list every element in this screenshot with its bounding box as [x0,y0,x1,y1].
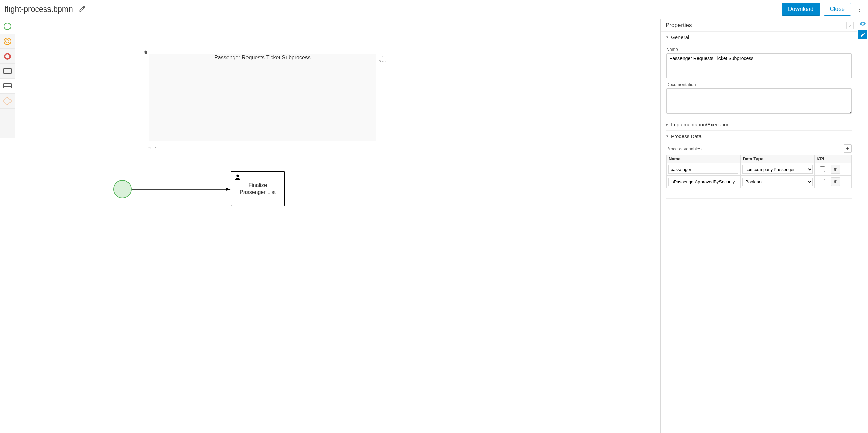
subprocess-right-handles: → Open [379,54,385,63]
pencil-icon[interactable] [79,5,86,13]
eye-icon[interactable] [858,19,867,28]
palette [0,19,15,433]
subprocess-title: Passenger Requests Ticket Subprocess [149,54,376,61]
col-kpi: KPI [814,155,829,163]
trash-icon[interactable] [831,177,840,186]
svg-point-0 [862,23,863,24]
trash-icon[interactable] [831,165,840,174]
section-implementation: ▸ Implementation/Execution [661,119,857,130]
section-process-data: ▾ Process Data Process Variables Name Da… [661,131,857,192]
palette-intermediate-event[interactable] [0,34,15,49]
topbar: flight-process.bpmn Download Close ⋮ [0,0,868,19]
right-rail [857,19,868,39]
palette-task[interactable] [0,64,15,79]
chevron-down-icon: ▾ [666,35,668,39]
edit-icon[interactable] [858,30,867,39]
section-implementation-toggle[interactable]: ▸ Implementation/Execution [666,119,852,130]
chevron-down-icon: ▾ [666,134,668,138]
process-variables-table: Name Data Type KPI com.company.Passenger… [666,155,852,188]
kebab-icon[interactable]: ⋮ [855,8,863,10]
end-event-icon [4,53,11,60]
connect-handle-icon[interactable]: → [379,54,385,58]
start-event-icon [4,23,11,30]
table-row: com.company.PassengerBooleanStringIntege… [667,163,852,176]
name-field-label: Name [666,47,852,52]
variable-kpi-checkbox[interactable] [820,179,825,184]
properties-title: Properties [666,22,692,29]
canvas[interactable]: Passenger Requests Ticket Subprocess → O… [15,19,660,433]
container-icon [4,113,11,119]
lane-icon [4,129,11,133]
variable-name-input[interactable] [668,178,738,186]
download-button[interactable]: Download [782,3,820,16]
properties-panel: Properties › ▾ General Name Documentatio… [660,19,857,433]
close-button[interactable]: Close [824,3,851,16]
workspace: SUBPROCESSES × EmbeddedAdhocReusableEven… [0,19,857,433]
open-handle[interactable]: Open [379,59,385,63]
user-task-icon [234,174,241,183]
gateway-icon [3,97,12,105]
morph-handle-icon[interactable]: og [147,145,153,149]
variable-datatype-select[interactable]: com.company.PassengerBooleanStringIntege… [742,178,812,186]
documentation-field-label: Documentation [666,82,852,87]
section-general: ▾ General Name Documentation [661,32,857,119]
documentation-field[interactable] [666,88,852,114]
palette-lane[interactable] [0,123,15,138]
chevron-right-icon[interactable]: › [846,22,854,29]
palette-start-event[interactable] [0,19,15,34]
variable-name-input[interactable] [668,165,738,174]
section-general-label: General [671,34,689,40]
table-row: com.company.PassengerBooleanStringIntege… [667,176,852,188]
file-title: flight-process.bpmn [5,5,73,14]
process-variables-subtitle: Process Variables [666,146,702,151]
user-task-node[interactable]: Finalize Passenger List [231,171,285,206]
properties-header: Properties › [661,19,857,32]
trash-icon[interactable] [143,50,148,56]
subprocess-icon [3,83,12,88]
section-process-data-label: Process Data [671,133,702,139]
palette-gateway[interactable] [0,94,15,109]
col-datatype: Data Type [741,155,814,163]
subprocess-node[interactable]: Passenger Requests Ticket Subprocess → O… [149,54,376,141]
intermediate-event-icon [4,38,11,45]
section-process-data-toggle[interactable]: ▾ Process Data [666,131,852,142]
task-title-line1: Finalize [248,182,267,189]
palette-subprocess[interactable] [0,79,15,94]
section-general-toggle[interactable]: ▾ General [666,32,852,43]
chevron-right-icon: ▸ [666,122,668,127]
col-name: Name [667,155,741,163]
resize-handle-icon[interactable]: ▸ [154,145,156,149]
variable-kpi-checkbox[interactable] [820,166,825,172]
section-implementation-label: Implementation/Execution [671,122,730,127]
name-field[interactable] [666,53,852,78]
variable-datatype-select[interactable]: com.company.PassengerBooleanStringIntege… [742,165,812,174]
task-icon [3,68,12,74]
add-variable-button[interactable] [844,144,852,153]
palette-container[interactable] [0,109,15,123]
start-event-node[interactable] [113,180,132,198]
svg-point-2 [236,175,239,177]
subprocess-bottom-handles: og ▸ [147,145,156,149]
task-title-line2: Passenger List [240,189,276,196]
palette-end-event[interactable] [0,49,15,64]
